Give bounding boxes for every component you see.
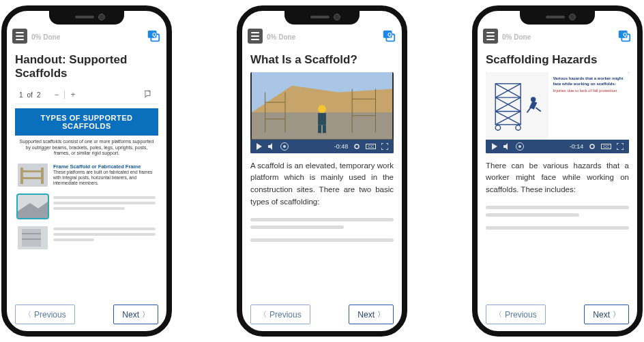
content-area: Various hazards that a worker might face… (478, 72, 637, 299)
doc-item[interactable] (15, 222, 158, 253)
doc-banner: TYPES OF SUPPORTED SCAFFOLDS (15, 108, 158, 136)
page-title: Handout: Supported Scaffolds (7, 45, 166, 87)
chat-help-icon[interactable]: Q (617, 29, 632, 44)
phone-notch (520, 10, 595, 25)
previous-button[interactable]: 〈 Previous (15, 305, 75, 324)
previous-label: Previous (34, 310, 66, 320)
doc-page-current: 1 (19, 91, 23, 99)
chevron-right-icon: 〉 (142, 309, 149, 320)
doc-subtext: Supported scaffolds consist of one or mo… (15, 136, 158, 159)
phone-frame-2: 0% Done Q What Is a Scaffold? (237, 5, 407, 337)
doc-item[interactable]: Frame Scaffold or Fabricated Frame These… (15, 159, 158, 191)
seek-track[interactable] (280, 142, 289, 151)
chevron-left-icon: 〈 (24, 309, 31, 320)
menu-button[interactable] (248, 29, 263, 44)
volume-button[interactable] (268, 143, 275, 150)
video-frame (250, 72, 394, 139)
divider (64, 91, 65, 99)
previous-button[interactable]: 〈 Previous (486, 305, 546, 324)
lesson-body-text: There can be various hazards that a work… (486, 160, 629, 196)
previous-label: Previous (269, 310, 302, 320)
svg-rect-4 (20, 168, 23, 184)
next-button[interactable]: Next 〉 (584, 305, 629, 324)
settings-icon[interactable] (353, 143, 360, 150)
chevron-left-icon: 〈 (495, 309, 502, 320)
svg-point-48 (515, 125, 520, 130)
phone-frame-3: 0% Done Q Scaffolding Hazards (472, 5, 643, 337)
video-player[interactable]: -0:48 CC (250, 72, 394, 153)
seek-track[interactable] (516, 142, 524, 151)
nav-bar: 〈 Previous Next 〉 (478, 299, 637, 331)
video-controls: -0:48 CC (250, 140, 394, 153)
zoom-out-button[interactable]: − (53, 90, 60, 99)
svg-rect-30 (318, 125, 321, 134)
text-placeholder (250, 238, 394, 242)
progress-text: 0% Done (31, 33, 142, 41)
page-title: Scaffolding Hazards (478, 45, 637, 72)
nav-bar: 〈 Previous Next 〉 (242, 299, 402, 331)
doc-item-placeholder (53, 195, 156, 218)
next-button[interactable]: Next 〉 (113, 305, 158, 324)
captions-button[interactable]: CC (601, 144, 611, 149)
next-label: Next (357, 310, 375, 320)
doc-item-thumb (18, 226, 48, 249)
svg-rect-6 (20, 170, 44, 172)
svg-text:Q: Q (387, 31, 392, 37)
lesson-body-text: A scaffold is an elevated, temporary wor… (250, 160, 394, 208)
svg-text:Q: Q (623, 31, 627, 37)
menu-button[interactable] (12, 29, 27, 44)
captions-button[interactable]: CC (366, 144, 376, 149)
svg-rect-5 (41, 168, 44, 184)
progress-text: 0% Done (267, 33, 377, 41)
video-player[interactable]: Various hazards that a worker might face… (486, 72, 629, 153)
next-label: Next (122, 310, 139, 320)
nav-bar: 〈 Previous Next 〉 (7, 299, 166, 331)
fullscreen-button[interactable] (381, 143, 388, 150)
doc-toolbar: 1 of 2 − + (15, 87, 158, 104)
menu-button[interactable] (483, 29, 498, 44)
doc-item-desc: These platforms are built on fabricated … (53, 170, 156, 185)
svg-point-28 (318, 105, 326, 113)
svg-marker-53 (492, 143, 497, 150)
previous-label: Previous (505, 310, 537, 320)
play-button[interactable] (491, 143, 498, 150)
slide-bullet: Injuries due to lack of fall protection. (553, 89, 625, 93)
svg-point-55 (590, 144, 594, 149)
doc-item[interactable] (15, 191, 158, 222)
doc-page-total: 2 (37, 91, 41, 99)
play-button[interactable] (256, 143, 263, 150)
svg-rect-12 (22, 233, 41, 234)
chat-help-icon[interactable]: Q (381, 29, 396, 44)
progress-text: 0% Done (502, 33, 613, 41)
svg-marker-33 (268, 143, 272, 150)
slide-text: Various hazards that a worker might face… (548, 72, 629, 139)
video-slide: Various hazards that a worker might face… (486, 72, 629, 139)
chat-help-icon[interactable]: Q (146, 29, 161, 44)
previous-button[interactable]: 〈 Previous (250, 305, 310, 324)
doc-item-thumb (18, 195, 48, 218)
slide-illustration (486, 72, 548, 139)
annotate-button[interactable] (142, 89, 154, 101)
svg-text:Q: Q (152, 31, 156, 37)
settings-icon[interactable] (589, 143, 596, 150)
svg-point-34 (355, 144, 359, 149)
zoom-in-button[interactable]: + (69, 90, 76, 99)
fullscreen-button[interactable] (617, 143, 624, 150)
video-controls: -0:14 CC (486, 140, 629, 153)
chevron-left-icon: 〈 (259, 309, 267, 320)
progress-indicator: 0% Done (502, 32, 613, 41)
next-button[interactable]: Next 〉 (349, 305, 394, 324)
video-time: -0:48 (334, 143, 349, 150)
text-placeholder (486, 206, 629, 217)
volume-button[interactable] (503, 143, 510, 150)
doc-item-title: Frame Scaffold or Fabricated Frame (53, 164, 156, 170)
svg-rect-7 (20, 177, 44, 179)
doc-item-placeholder (53, 226, 156, 249)
scrollbar[interactable] (638, 65, 641, 161)
text-placeholder (486, 226, 629, 230)
svg-line-51 (527, 108, 531, 112)
content-area: -0:48 CC A scaffold is an elevated, temp… (242, 72, 402, 299)
content-area: 1 of 2 − + TYPES OF SUPPORTED SCAFFOLDS … (7, 87, 166, 299)
next-label: Next (593, 310, 610, 320)
chevron-right-icon: 〉 (377, 309, 385, 320)
